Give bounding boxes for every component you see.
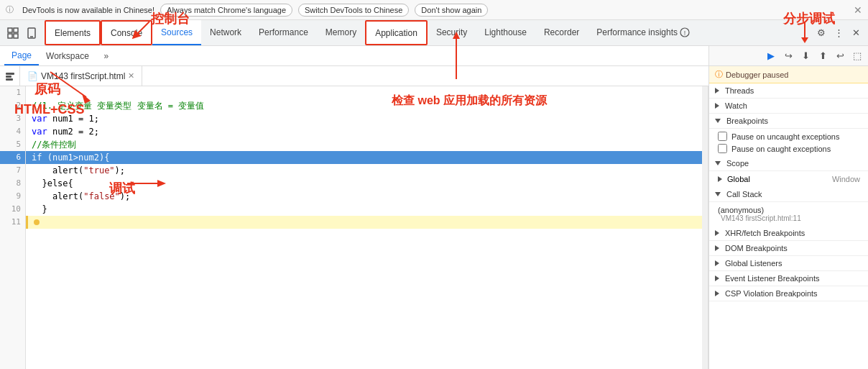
svg-rect-2 <box>8 34 12 38</box>
scope-global-label: Global <box>718 175 750 183</box>
line-num-6: 6 <box>0 151 25 164</box>
step-btn[interactable]: ↩ <box>832 48 848 64</box>
callstack-content: (anonymous) VM143 firstScript.html:11 <box>709 202 868 226</box>
tab-performance[interactable]: Performance <box>250 20 317 45</box>
tab-console[interactable]: Console <box>101 20 152 45</box>
event-listener-section[interactable]: Event Listener Breakpoints <box>709 271 868 286</box>
watch-section[interactable]: Watch <box>709 99 868 114</box>
code-line-9: alert("false"); <box>26 190 702 203</box>
tab-elements[interactable]: Elements <box>45 20 101 45</box>
inspect-element-icon[interactable] <box>4 24 22 42</box>
pause-caught-row: Pause on caught exceptions <box>709 142 868 155</box>
device-toolbar-icon[interactable] <box>23 24 40 42</box>
step-into-btn[interactable]: ⬇ <box>798 48 813 64</box>
code-line-3: var num1 = 1; <box>26 112 702 125</box>
dont-show-btn[interactable]: Don't show again <box>415 4 488 17</box>
close-file-tab-icon[interactable]: ✕ <box>128 71 134 81</box>
watch-chevron <box>715 103 719 109</box>
always-match-btn[interactable]: Always match Chrome's language <box>160 4 292 17</box>
line-num-8: 8 <box>0 177 25 190</box>
line-num-4: 4 <box>0 125 25 138</box>
code-area[interactable]: //1. 定义变量 变量类型 变量名 = 变量值 var num1 = 1; v… <box>26 86 702 369</box>
notification-bar: ⓘ DevTools is now available in Chinese! … <box>0 0 868 20</box>
line-num-3: 3 <box>0 112 25 125</box>
breakpoints-chevron <box>715 119 721 123</box>
file-tab-vm143[interactable]: 📄 VM143 firstScript.html ✕ <box>20 66 142 86</box>
line-num-1: 1 <box>0 86 25 99</box>
code-line-4: var num2 = 2; <box>26 125 702 138</box>
code-line-8: }else{ <box>26 177 702 190</box>
pause-uncaught-row: Pause on uncaught exceptions <box>709 130 868 142</box>
file-tree-toggle[interactable] <box>0 66 20 86</box>
pause-caught-checkbox[interactable] <box>718 144 727 153</box>
switch-chinese-btn[interactable]: Switch DevTools to Chinese <box>298 4 409 17</box>
line-num-5: 5 <box>0 138 25 151</box>
global-listeners-section[interactable]: Global Listeners <box>709 256 868 271</box>
breakpoints-content: Pause on uncaught exceptions Pause on ca… <box>709 129 868 156</box>
settings-icon[interactable]: ⚙ <box>813 25 829 41</box>
scrollbar[interactable] <box>702 86 708 369</box>
deactivate-breakpoints-btn[interactable]: ⬚ <box>849 48 865 64</box>
more-tabs-btn[interactable]: » <box>99 49 114 63</box>
tab-security[interactable]: Security <box>428 20 476 45</box>
tab-memory[interactable]: Memory <box>317 20 365 45</box>
line-num-10: 10 <box>0 203 25 216</box>
breakpoints-section[interactable]: Breakpoints <box>709 114 868 129</box>
info-icon: ⓘ <box>6 4 14 15</box>
svg-rect-1 <box>14 28 18 32</box>
threads-section[interactable]: Threads <box>709 83 868 99</box>
line-num-7: 7 <box>0 164 25 177</box>
scope-chevron <box>715 161 721 165</box>
svg-rect-9 <box>6 76 11 78</box>
code-line-7: alert("true"); <box>26 164 702 177</box>
sub-tab-bar: Page Workspace » <box>0 46 708 66</box>
code-panel: 1 2 3 4 5 6 7 8 9 10 11 //1. 定 <box>0 86 708 369</box>
step-out-btn[interactable]: ⬆ <box>815 48 831 64</box>
tab-network[interactable]: Network <box>201 20 250 45</box>
global-listeners-chevron <box>715 260 719 266</box>
code-line-6: if (num1>num2){ <box>26 151 702 164</box>
scope-content: Global Window <box>709 171 868 187</box>
dom-section[interactable]: DOM Breakpoints <box>709 241 868 256</box>
csp-chevron <box>715 291 719 296</box>
step-over-btn[interactable]: ↪ <box>780 48 796 64</box>
tab-lighthouse[interactable]: Lighthouse <box>476 20 535 45</box>
line-num-11: 11 <box>0 216 25 229</box>
callstack-section[interactable]: Call Stack <box>709 187 868 202</box>
threads-chevron <box>715 88 719 94</box>
line-num-2: 2 <box>0 99 25 112</box>
close-devtools-icon[interactable]: ✕ <box>848 25 864 41</box>
file-icon: 📄 <box>27 71 38 81</box>
more-options-icon[interactable]: ⋮ <box>831 25 846 41</box>
callstack-item: (anonymous) VM143 firstScript.html:11 <box>709 204 868 224</box>
xhr-section[interactable]: XHR/fetch Breakpoints <box>709 226 868 241</box>
right-toolbar: ▶ ↪ ⬇ ⬆ ↩ ⬚ <box>709 46 868 66</box>
tab-application[interactable]: Application <box>365 20 428 45</box>
tab-sources[interactable]: Sources <box>152 20 201 45</box>
svg-rect-3 <box>14 34 18 38</box>
close-notification-btn[interactable]: ✕ <box>854 4 862 16</box>
svg-rect-10 <box>6 78 13 81</box>
tab-perfinsights[interactable]: Performance insights ! <box>588 20 698 45</box>
scope-section[interactable]: Scope <box>709 156 868 171</box>
code-line-10: } <box>26 203 702 216</box>
global-chevron <box>718 176 722 182</box>
code-line-2: //1. 定义变量 变量类型 变量名 = 变量值 <box>26 99 702 112</box>
dom-chevron <box>715 245 719 251</box>
callstack-chevron <box>715 192 721 196</box>
code-line-1 <box>26 86 702 99</box>
file-tab-bar: 📄 VM143 firstScript.html ✕ <box>0 66 708 86</box>
svg-rect-0 <box>8 28 12 32</box>
line-numbers: 1 2 3 4 5 6 7 8 9 10 11 <box>0 86 26 369</box>
tab-bar: Elements Console Sources Network Perform… <box>0 20 868 46</box>
pause-uncaught-checkbox[interactable] <box>718 132 727 141</box>
sub-tab-workspace[interactable]: Workspace <box>39 46 96 65</box>
tab-recorder[interactable]: Recorder <box>535 20 588 45</box>
resume-btn[interactable]: ▶ <box>763 48 779 64</box>
event-listener-chevron <box>715 275 719 281</box>
debugger-icon: ⓘ <box>715 69 723 80</box>
csp-section[interactable]: CSP Violation Breakpoints <box>709 286 868 301</box>
scope-global-row: Global Window <box>709 173 868 186</box>
sub-tab-page[interactable]: Page <box>4 46 39 65</box>
notification-text: DevTools is now available in Chinese! <box>22 6 154 14</box>
